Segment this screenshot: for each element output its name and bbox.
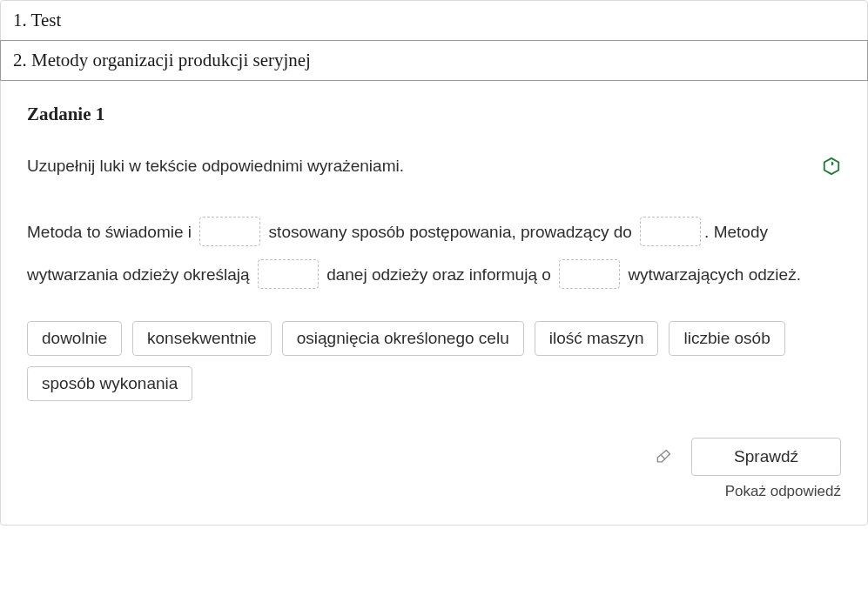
instruction-text: Uzupełnij luki w tekście odpowiednimi wy… (27, 157, 404, 176)
tab-metody[interactable]: 2. Metody organizacji produkcji seryjnej (0, 40, 868, 81)
gap-2[interactable] (640, 217, 701, 246)
choice-item[interactable]: sposób wykonania (27, 366, 192, 401)
task-body: Zadanie 1 Uzupełnij luki w tekście odpow… (1, 81, 867, 525)
fill-text: Metoda to świadomie i stosowany sposób p… (27, 211, 841, 297)
choice-item[interactable]: konsekwentnie (132, 321, 272, 356)
choice-item[interactable]: liczbie osób (669, 321, 784, 356)
hexagon-status-icon (822, 157, 841, 176)
text-part-2: stosowany sposób postępowania, prowadząc… (269, 223, 636, 241)
tab-test-label: 1. Test (13, 10, 61, 30)
check-button[interactable]: Sprawdź (691, 438, 841, 476)
actions-row: Sprawdź (27, 438, 841, 476)
choice-item[interactable]: osiągnięcia określonego celu (282, 321, 524, 356)
choice-item[interactable]: dowolnie (27, 321, 122, 356)
exercise-panel: 1. Test 2. Metody organizacji produkcji … (0, 0, 868, 526)
gap-3[interactable] (258, 259, 319, 289)
gap-4[interactable] (559, 259, 620, 289)
eraser-icon[interactable] (655, 448, 672, 465)
text-part-5: wytwarzających odzież. (628, 265, 801, 284)
choice-item[interactable]: ilość maszyn (535, 321, 659, 356)
svg-marker-1 (831, 162, 833, 166)
task-title: Zadanie 1 (27, 104, 841, 125)
instruction-row: Uzupełnij luki w tekście odpowiednimi wy… (27, 157, 841, 176)
tab-metody-label: 2. Metody organizacji produkcji seryjnej (13, 50, 311, 70)
svg-marker-0 (824, 158, 839, 174)
show-answer-link[interactable]: Pokaż odpowiedź (27, 483, 841, 500)
choices-container: dowolnie konsekwentnie osiągnięcia okreś… (27, 321, 841, 401)
gap-1[interactable] (199, 217, 260, 246)
text-part-4: danej odzieży oraz informują o (326, 265, 555, 284)
tab-test[interactable]: 1. Test (1, 1, 867, 41)
text-part-1: Metoda to świadomie i (27, 223, 196, 241)
